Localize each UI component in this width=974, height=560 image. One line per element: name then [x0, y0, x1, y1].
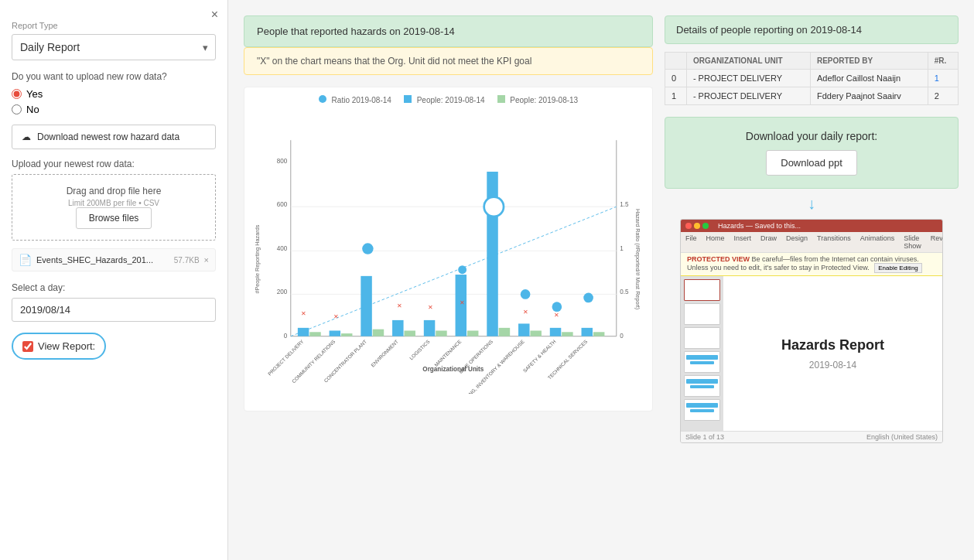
ppt-window-dots — [685, 223, 709, 229]
upload-label: Upload your newest row data: — [12, 159, 216, 169]
bar — [424, 320, 435, 336]
col-count: #R. — [928, 53, 958, 70]
day-input[interactable] — [12, 298, 216, 322]
svg-text:400: 400 — [277, 245, 288, 252]
download-hazard-button[interactable]: ☁ Download newest row hazard data — [12, 125, 216, 149]
main-content: People that reported hazards on 2019-08-… — [228, 0, 974, 560]
right-panel: Details of people reporting on 2019-08-1… — [665, 15, 959, 443]
chart-dot — [552, 302, 562, 312]
chart-dot — [362, 243, 373, 254]
bar — [341, 333, 352, 336]
download-ppt-button[interactable]: Download ppt — [766, 150, 857, 176]
legend-people-today: People: 2019-08-14 — [404, 95, 485, 104]
report-type-select[interactable]: Daily Report — [12, 34, 216, 60]
ppt-warning-bar: PROTECTED VIEW Be careful—files from the… — [681, 253, 942, 276]
upload-radio-group: Yes No — [12, 88, 216, 115]
download-daily-label: Download your daily report: — [681, 130, 942, 142]
bar — [518, 323, 529, 336]
bar — [530, 330, 541, 336]
toolbar-insert[interactable]: Insert — [734, 234, 752, 250]
svg-text:✕: ✕ — [428, 304, 433, 311]
download-icon: ☁ — [22, 131, 31, 142]
radio-yes-input[interactable] — [12, 89, 22, 99]
slide-thumb-5[interactable] — [684, 375, 720, 397]
close-button[interactable]: × — [211, 8, 218, 22]
slide-thumb-3[interactable] — [684, 327, 720, 349]
chart-dot — [583, 293, 593, 303]
table-banner: Details of people reporting on 2019-08-1… — [665, 15, 959, 44]
view-report-container: View Report: — [12, 333, 106, 360]
svg-text:✕: ✕ — [460, 299, 465, 306]
slide-thumb-1[interactable] — [684, 279, 720, 301]
file-item: 📄 Events_SHEC_Hazards_201... 57.7KB × — [12, 248, 216, 271]
view-report-label: View Report: — [38, 340, 95, 352]
ppt-language: English (United States) — [866, 433, 938, 441]
bar — [582, 328, 593, 336]
radio-yes-label: Yes — [26, 88, 43, 100]
row1-org: - PROJECT DELIVERY — [686, 87, 810, 105]
arrow-down-icon: ↓ — [665, 195, 959, 213]
row1-idx: 1 — [665, 87, 687, 105]
toolbar-slideshow[interactable]: Slide Show — [904, 234, 921, 250]
legend-people-prev: People: 2019-08-13 — [497, 95, 579, 104]
bar — [550, 328, 561, 336]
legend-people-prev-label: People: 2019-08-13 — [510, 96, 578, 104]
slide-thumb-4[interactable] — [684, 351, 720, 373]
svg-text:Organizational Units: Organizational Units — [422, 366, 484, 373]
file-remove-icon[interactable]: × — [204, 255, 209, 265]
svg-text:0.5: 0.5 — [620, 289, 629, 295]
enable-editing-button[interactable]: Enable Editing — [874, 263, 922, 273]
upload-question-label: Do you want to upload new row data? — [12, 71, 216, 82]
row0-count[interactable]: 1 — [928, 70, 958, 87]
toolbar-home[interactable]: Home — [706, 234, 725, 250]
svg-text:SAFETY & HEALTH: SAFETY & HEALTH — [522, 338, 557, 373]
row0-idx: 0 — [665, 70, 687, 87]
bar — [562, 332, 572, 336]
col-org: ORGANIZATIONAL UNIT — [686, 53, 810, 70]
slide-thumb-6[interactable] — [684, 399, 720, 421]
chart-section: People that reported hazards on 2019-08-… — [244, 15, 653, 443]
bar — [499, 328, 510, 336]
row0-org: - PROJECT DELIVERY — [686, 70, 810, 87]
toolbar-transitions[interactable]: Transitions — [817, 234, 851, 250]
legend-ratio-dot — [319, 95, 326, 103]
chart-container: Ratio 2019-08-14 People: 2019-08-14 Peop… — [244, 87, 653, 411]
ppt-projected-view: PROTECTED VIEW — [687, 255, 750, 263]
toolbar-animations[interactable]: Animations — [860, 234, 895, 250]
radio-no-item[interactable]: No — [12, 104, 216, 115]
bar — [298, 328, 309, 336]
col-person: Reported By — [810, 53, 928, 70]
radio-no-input[interactable] — [12, 104, 22, 114]
report-type-wrapper: Daily Report ▾ — [12, 34, 216, 60]
legend-people-prev-sq — [497, 95, 505, 103]
toolbar-design[interactable]: Design — [786, 234, 808, 250]
dropzone[interactable]: Drag and drop file here Limit 200MB per … — [12, 174, 216, 241]
browse-files-button[interactable]: Browse files — [76, 207, 152, 229]
legend-ratio: Ratio 2019-08-14 — [319, 95, 391, 104]
svg-text:✕: ✕ — [333, 313, 339, 320]
bar — [373, 330, 384, 336]
chart-dot — [458, 265, 466, 274]
svg-text:✕: ✕ — [301, 310, 306, 317]
radio-yes-item[interactable]: Yes — [12, 88, 216, 100]
ppt-footer: Slide 1 of 13 English (United States) — [681, 431, 942, 442]
bar — [361, 276, 371, 336]
bar — [404, 330, 415, 336]
svg-text:600: 600 — [277, 201, 288, 208]
report-table: ORGANIZATIONAL UNIT Reported By #R. 0 - … — [665, 52, 959, 105]
ppt-body: Hazards Report 2019-08-14 — [681, 276, 942, 431]
toolbar-file[interactable]: File — [685, 234, 697, 250]
download-btn-label: Download newest row hazard data — [37, 131, 179, 142]
ppt-toolbar: File Home Insert Draw Design Transitions… — [681, 232, 942, 253]
ppt-slide-title: Hazards Report — [781, 337, 884, 353]
row0-person: Adeflor Caillost Naaijn — [810, 70, 928, 87]
ppt-dot-red — [685, 223, 692, 229]
bar — [330, 330, 340, 336]
view-report-checkbox[interactable] — [22, 341, 33, 352]
svg-text:ENVIRONMENT: ENVIRONMENT — [370, 339, 399, 368]
toolbar-draw[interactable]: Draw — [760, 234, 777, 250]
svg-text:✕: ✕ — [523, 309, 528, 316]
slide-thumb-2[interactable] — [684, 303, 720, 325]
radio-no-label: No — [26, 104, 39, 115]
toolbar-review[interactable]: Review — [931, 234, 943, 250]
